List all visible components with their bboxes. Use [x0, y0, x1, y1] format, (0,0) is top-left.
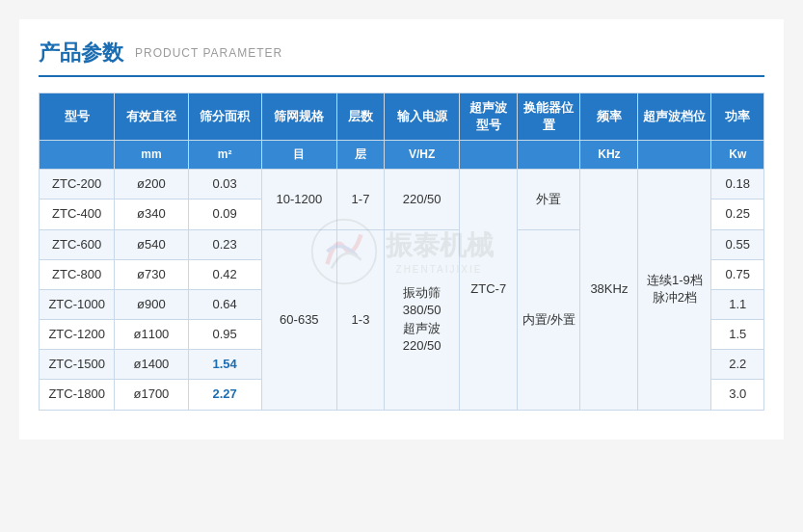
cell-area: 1.54	[188, 350, 261, 380]
page-title-cn: 产品参数	[39, 39, 123, 67]
cell-power: 2.2	[711, 350, 764, 380]
cell-model: ZTC-600	[40, 229, 115, 259]
col-header-model: 型号	[40, 93, 115, 141]
col-sub-freq: KHz	[580, 141, 638, 170]
cell-transducer-pos-group1: 外置	[518, 170, 580, 229]
cell-model: ZTC-800	[40, 259, 115, 289]
col-header-ultrasonic-type: 超声波型号	[460, 93, 518, 141]
col-sub-ultrasonic-type	[460, 141, 518, 170]
cell-model: ZTC-200	[40, 170, 115, 200]
cell-power: 0.55	[711, 229, 764, 259]
cell-diameter: ø540	[115, 229, 188, 259]
cell-power-input-group1: 220/50	[385, 170, 460, 229]
table-row: ZTC-200 ø200 0.03 10-1200 1-7 220/50 ZTC…	[40, 170, 764, 200]
col-sub-ultrasonic-level	[638, 141, 711, 170]
table-body: ZTC-200 ø200 0.03 10-1200 1-7 220/50 ZTC…	[40, 170, 764, 411]
cell-layers-group1: 1-7	[337, 170, 385, 229]
cell-ultrasonic-type-all: ZTC-7	[460, 170, 518, 411]
cell-area: 0.64	[188, 289, 261, 319]
cell-model: ZTC-1000	[40, 289, 115, 319]
col-sub-transducer-pos	[518, 141, 580, 170]
col-header-area: 筛分面积	[188, 93, 261, 141]
cell-area: 0.42	[188, 259, 261, 289]
cell-mesh-group2: 60-635	[261, 229, 336, 410]
page-header: 产品参数 PRODUCT PARAMETER	[39, 39, 764, 77]
cell-power-input-group2: 振动筛 380/50 超声波 220/50	[385, 229, 460, 410]
cell-area: 0.09	[188, 200, 261, 229]
col-header-transducer-pos: 换能器位置	[518, 93, 580, 141]
col-sub-area: m²	[188, 141, 261, 170]
cell-area: 0.23	[188, 229, 261, 259]
cell-diameter: ø1400	[115, 350, 188, 380]
col-sub-power-input: V/HZ	[385, 141, 460, 170]
cell-power: 1.1	[711, 289, 764, 319]
col-sub-power: Kw	[711, 141, 764, 170]
cell-freq-all: 38KHz	[580, 170, 638, 411]
cell-power: 1.5	[711, 320, 764, 350]
cell-layers-group2: 1-3	[337, 229, 385, 410]
cell-model: ZTC-1200	[40, 320, 115, 350]
col-sub-mesh: 目	[261, 141, 336, 170]
cell-area: 2.27	[188, 380, 261, 410]
col-header-freq: 频率	[580, 93, 638, 141]
cell-power: 0.75	[711, 259, 764, 289]
cell-model: ZTC-1800	[40, 380, 115, 410]
cell-area: 0.95	[188, 320, 261, 350]
table-wrapper: 振泰机械 ZHENTAIJIXIE 型号 有效直径 筛分面积 筛网规格	[39, 93, 764, 411]
cell-diameter: ø1100	[115, 320, 188, 350]
cell-mesh-group1: 10-1200	[261, 170, 336, 229]
cell-power: 0.18	[711, 170, 764, 200]
cell-diameter: ø340	[115, 200, 188, 229]
col-sub-model	[40, 141, 115, 170]
col-sub-layers: 层	[337, 141, 385, 170]
col-sub-diameter: mm	[115, 141, 188, 170]
col-header-layers: 层数	[337, 93, 385, 141]
col-header-mesh: 筛网规格	[261, 93, 336, 141]
page-container: 产品参数 PRODUCT PARAMETER 振泰机械 ZHENTAIJIXIE	[19, 19, 784, 439]
col-header-power-input: 输入电源	[385, 93, 460, 141]
cell-diameter: ø900	[115, 289, 188, 319]
cell-diameter: ø200	[115, 170, 188, 200]
col-header-ultrasonic-level: 超声波档位	[638, 93, 711, 141]
cell-power: 3.0	[711, 380, 764, 410]
col-header-power: 功率	[711, 93, 764, 141]
cell-transducer-pos-group2: 内置/外置	[518, 229, 580, 410]
cell-model: ZTC-1500	[40, 350, 115, 380]
cell-diameter: ø1700	[115, 380, 188, 410]
page-title-en: PRODUCT PARAMETER	[135, 46, 282, 60]
cell-area: 0.03	[188, 170, 261, 200]
cell-model: ZTC-400	[40, 200, 115, 229]
product-params-table: 型号 有效直径 筛分面积 筛网规格 层数 输入电源	[39, 93, 764, 411]
col-header-diameter: 有效直径	[115, 93, 188, 141]
cell-ultrasonic-level-all: 连续1-9档 脉冲2档	[638, 170, 711, 411]
cell-power: 0.25	[711, 200, 764, 229]
cell-diameter: ø730	[115, 259, 188, 289]
